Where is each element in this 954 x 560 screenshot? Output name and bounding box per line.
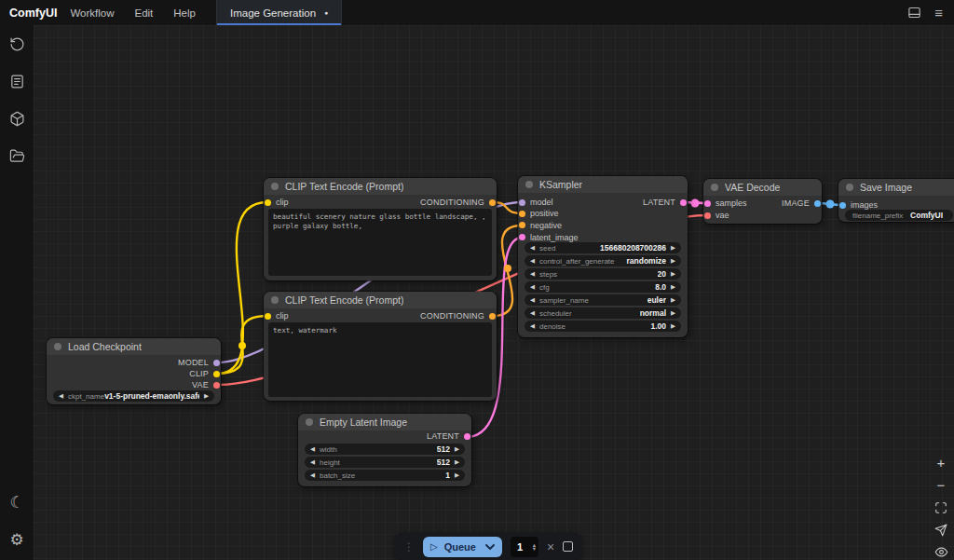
output-conditioning[interactable]: CONDITIONING [420, 311, 497, 321]
prev-arrow-icon[interactable]: ◀ [310, 459, 315, 466]
widget-seed[interactable]: ◀ seed 156680208700286 ▶ [525, 242, 681, 253]
tab-image-generation[interactable]: Image Generation ● [216, 0, 342, 25]
output-conditioning[interactable]: CONDITIONING [420, 198, 497, 207]
collapse-dot[interactable] [271, 183, 279, 190]
input-clip[interactable]: clip [264, 311, 289, 321]
chevron-down-icon[interactable] [485, 544, 495, 550]
next-arrow-icon[interactable]: ▶ [455, 446, 459, 453]
batch-count-input[interactable]: 1 ▴ ▾ [511, 537, 538, 557]
zoom-out-button[interactable]: − [933, 477, 949, 493]
widget-denoise[interactable]: ◀ denoise 1.00 ▶ [525, 321, 681, 332]
widget-height[interactable]: ◀ height 512 ▶ [305, 457, 465, 468]
prev-arrow-icon[interactable]: ◀ [530, 258, 535, 265]
clear-queue-icon[interactable]: × [547, 540, 554, 553]
prev-arrow-icon[interactable]: ◀ [530, 323, 535, 330]
collapse-dot[interactable] [711, 184, 718, 191]
input-negative[interactable]: negative [518, 221, 562, 230]
input-images[interactable]: images [838, 200, 878, 210]
prev-arrow-icon[interactable]: ◀ [59, 393, 63, 400]
output-clip[interactable]: CLIP [189, 369, 221, 378]
widget-steps[interactable]: ◀ steps 20 ▶ [525, 268, 681, 280]
menu-workflow[interactable]: Workflow [70, 7, 114, 19]
widget-scheduler[interactable]: ◀ scheduler normal ▶ [525, 307, 681, 319]
output-latent[interactable]: LATENT [427, 431, 471, 441]
node-header[interactable]: VAE Decode [703, 179, 822, 196]
input-latent-image[interactable]: latent_image [518, 233, 579, 242]
collapse-dot[interactable] [525, 181, 533, 188]
settings-gear-icon[interactable]: ⚙ [0, 521, 34, 558]
prev-arrow-icon[interactable]: ◀ [310, 446, 315, 453]
widget-filename-prefix[interactable]: filename_prefix ComfyUI [845, 210, 953, 221]
collapse-dot[interactable] [271, 296, 279, 304]
menu-help[interactable]: Help [173, 7, 196, 19]
next-arrow-icon[interactable]: ▶ [671, 297, 675, 304]
output-latent[interactable]: LATENT [643, 198, 688, 207]
prev-arrow-icon[interactable]: ◀ [530, 284, 535, 291]
input-vae[interactable]: vae [703, 211, 729, 220]
zoom-in-button[interactable]: + [933, 455, 949, 471]
next-arrow-icon[interactable]: ▶ [455, 459, 459, 466]
queue-history-icon[interactable] [0, 25, 34, 62]
widget-sampler-name[interactable]: ◀ sampler_name euler ▶ [525, 294, 681, 306]
next-arrow-icon[interactable]: ▶ [671, 310, 675, 317]
output-model[interactable]: MODEL [178, 358, 221, 367]
node-header[interactable]: Load Checkpoint [47, 338, 221, 355]
toggle-visibility-eye-icon[interactable] [933, 544, 949, 560]
play-icon: ▷ [430, 542, 438, 552]
prev-arrow-icon[interactable]: ◀ [310, 472, 315, 479]
next-arrow-icon[interactable]: ▶ [671, 271, 675, 278]
node-empty-latent-image[interactable]: Empty Latent Image LATENT ◀ width 512 ▶ … [298, 414, 471, 486]
widget-cfg[interactable]: ◀ cfg 8.0 ▶ [525, 281, 681, 293]
prompt-textarea[interactable]: beautiful scenery nature glass bottle la… [268, 209, 492, 276]
latent-port [680, 199, 687, 206]
input-clip[interactable]: clip [264, 198, 289, 207]
node-library-icon[interactable] [0, 62, 34, 100]
widget-ckpt-name[interactable]: ◀ ckpt_name v1-5-pruned-emaonly.safete..… [53, 390, 214, 402]
next-arrow-icon[interactable]: ▶ [204, 393, 209, 400]
node-vae-decode[interactable]: VAE Decode samples vae IMAGE [703, 179, 822, 224]
panel-bottom-icon[interactable] [907, 6, 921, 20]
prev-arrow-icon[interactable]: ◀ [530, 271, 535, 278]
drag-handle-icon[interactable]: ⋮ [403, 541, 415, 553]
count-stepper[interactable]: ▴ ▾ [533, 543, 536, 550]
prompt-textarea[interactable]: text, watermark [268, 322, 492, 397]
input-model[interactable]: model [518, 198, 553, 207]
next-arrow-icon[interactable]: ▶ [671, 284, 675, 291]
model-library-icon[interactable] [0, 100, 34, 137]
prev-arrow-icon[interactable]: ◀ [530, 245, 535, 252]
node-header[interactable]: Save Image [838, 179, 954, 196]
output-vae[interactable]: VAE [192, 380, 221, 389]
next-arrow-icon[interactable]: ▶ [671, 245, 675, 252]
node-clip-text-encode-positive[interactable]: CLIP Text Encode (Prompt) clip CONDITION… [264, 178, 497, 280]
theme-moon-icon[interactable]: ☾ [0, 484, 34, 521]
fit-view-icon[interactable] [933, 499, 949, 515]
select-mode-icon[interactable] [933, 522, 949, 538]
stop-icon[interactable] [563, 541, 573, 552]
menu-icon[interactable]: ≡ [934, 5, 943, 20]
node-header[interactable]: KSampler [518, 176, 688, 193]
node-header[interactable]: CLIP Text Encode (Prompt) [264, 292, 497, 308]
collapse-dot[interactable] [54, 343, 61, 350]
collapse-dot[interactable] [846, 184, 853, 191]
menu-edit[interactable]: Edit [134, 7, 153, 19]
workflows-folder-icon[interactable] [0, 137, 34, 174]
node-ksampler[interactable]: KSampler model positive negative latent_… [518, 176, 688, 337]
widget-batch-size[interactable]: ◀ batch_size 1 ▶ [305, 470, 465, 481]
next-arrow-icon[interactable]: ▶ [455, 472, 459, 479]
next-arrow-icon[interactable]: ▶ [671, 258, 675, 265]
node-save-image[interactable]: Save Image images filename_prefix ComfyU… [838, 179, 954, 222]
output-image[interactable]: IMAGE [782, 198, 822, 208]
prev-arrow-icon[interactable]: ◀ [530, 310, 535, 317]
node-header[interactable]: Empty Latent Image [298, 414, 471, 430]
next-arrow-icon[interactable]: ▶ [671, 323, 675, 330]
node-clip-text-encode-negative[interactable]: CLIP Text Encode (Prompt) clip CONDITION… [264, 292, 497, 401]
prev-arrow-icon[interactable]: ◀ [530, 297, 535, 304]
widget-width[interactable]: ◀ width 512 ▶ [305, 444, 465, 455]
input-samples[interactable]: samples [703, 198, 747, 208]
collapse-dot[interactable] [306, 418, 313, 426]
node-load-checkpoint[interactable]: Load Checkpoint MODEL CLIP VAE ◀ ckpt_na… [47, 338, 221, 404]
input-positive[interactable]: positive [518, 209, 559, 218]
queue-button[interactable]: ▷ Queue [423, 537, 502, 557]
node-header[interactable]: CLIP Text Encode (Prompt) [264, 178, 497, 195]
widget-control-after-generate[interactable]: ◀ control_after_generate randomize ▶ [525, 255, 681, 266]
